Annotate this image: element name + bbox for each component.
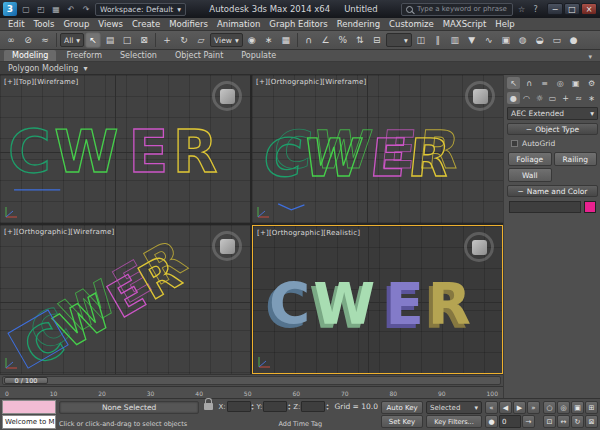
viewport-label[interactable]: [+][Orthographic][Wireframe]	[256, 78, 367, 86]
scene-letter[interactable]: W	[301, 127, 365, 188]
tab-modeling[interactable]: Modeling	[4, 50, 56, 61]
object-type-rollout[interactable]: − Object Type	[507, 123, 598, 135]
selection-filter-dropdown[interactable]: All ▾	[60, 33, 84, 47]
scene-letter[interactable]: R	[173, 118, 218, 186]
keyboard-override-button[interactable]: ▦	[278, 32, 294, 48]
scene-letter[interactable]: C	[8, 118, 51, 186]
unlink-selection-button[interactable]: ⊘	[20, 32, 36, 48]
named-selection-sets-button[interactable]: ⊟	[369, 32, 385, 48]
tab-freeform[interactable]: Freeform	[58, 50, 110, 61]
select-object-button[interactable]: ↖	[85, 32, 101, 48]
helpers-icon[interactable]: +	[559, 92, 572, 104]
hierarchy-tab-icon[interactable]: ≡	[538, 77, 551, 89]
scene-letter[interactable]: R	[406, 127, 453, 188]
open-file-button[interactable]: ◰	[35, 3, 47, 15]
railing-button[interactable]: Railing	[554, 152, 598, 166]
systems-icon[interactable]: ∗	[585, 92, 598, 104]
viewport-label[interactable]: [+][Top][Wireframe]	[4, 78, 78, 86]
zoom-region-button[interactable]: ⊡	[543, 415, 556, 428]
ribbon-minimize-button[interactable]: ▾	[584, 53, 596, 61]
name-and-color-rollout[interactable]: − Name and Color	[507, 185, 598, 197]
angle-snap-button[interactable]: ∠	[318, 32, 334, 48]
current-frame-field[interactable]: 0	[499, 415, 521, 428]
set-key-button[interactable]: Set Key	[381, 415, 423, 428]
geometry-icon[interactable]: ●	[507, 92, 520, 104]
menu-graph-editors[interactable]: Graph Editors	[269, 19, 327, 29]
snap-toggle-button[interactable]: ∩	[301, 32, 317, 48]
scene-letter[interactable]: W	[54, 118, 118, 186]
layer-manager-button[interactable]: ▥	[447, 32, 463, 48]
orbit-button[interactable]: ↻	[571, 415, 584, 428]
menu-modifiers[interactable]: Modifiers	[169, 19, 208, 29]
selection-region-button[interactable]: □	[119, 32, 135, 48]
previous-frame-button[interactable]: ◀	[499, 401, 512, 414]
use-pivot-center-button[interactable]: ◉	[244, 32, 260, 48]
go-to-end-button[interactable]: »	[527, 401, 540, 414]
viewport-orthographic-1[interactable]: [+][Orthographic][Wireframe] C W E R C	[252, 75, 503, 223]
menu-help[interactable]: Help	[495, 19, 514, 29]
scene-letter[interactable]: E	[386, 271, 424, 338]
scene-letter[interactable]: W	[313, 271, 375, 338]
y-input[interactable]	[263, 401, 287, 412]
scene-letter[interactable]: E	[367, 127, 409, 188]
schematic-view-button[interactable]: ▣	[498, 32, 514, 48]
viewcube[interactable]	[212, 81, 242, 111]
undo-button[interactable]: ↶	[65, 3, 77, 15]
graphite-toggle-button[interactable]: ▼	[464, 32, 480, 48]
object-name-field[interactable]	[509, 201, 581, 213]
add-time-tag[interactable]: Add Time Tag	[218, 420, 378, 428]
viewport-orthographic-2[interactable]: [+][Orthographic][Wireframe] C W E R C	[0, 225, 250, 374]
menu-tools[interactable]: Tools	[33, 19, 54, 29]
key-mode-dropdown[interactable]: Selected ▾	[426, 401, 482, 414]
zoom-extents-button[interactable]: ▣	[571, 401, 584, 414]
extra-object-wire[interactable]	[278, 204, 304, 210]
material-editor-button[interactable]: ◍	[515, 32, 531, 48]
time-slider-handle[interactable]: 0 / 100	[4, 377, 48, 384]
space-warps-icon[interactable]: ≈	[572, 92, 585, 104]
zoom-all-button[interactable]: ◎	[557, 401, 570, 414]
menu-edit[interactable]: Edit	[8, 19, 24, 29]
select-and-link-button[interactable]: ∞	[3, 32, 19, 48]
new-scene-button[interactable]: ▢	[20, 3, 32, 15]
lights-icon[interactable]: ☼	[533, 92, 546, 104]
cameras-icon[interactable]: ▭	[546, 92, 559, 104]
time-slider-track[interactable]: 0 / 100	[2, 376, 501, 385]
tab-populate[interactable]: Populate	[233, 50, 284, 61]
z-spinner[interactable]: ▴▾	[326, 403, 328, 410]
menu-views[interactable]: Views	[98, 19, 123, 29]
tab-object-paint[interactable]: Object Paint	[167, 50, 231, 61]
favorites-icon[interactable]: ☆	[516, 5, 527, 14]
x-spinner[interactable]: ▴▾	[252, 403, 254, 410]
listener-field[interactable]: Welcome to M	[2, 415, 56, 429]
track-bar[interactable]: 0 10 20 30 40 50 60 70 80 90 100	[0, 386, 503, 398]
workspace-dropdown[interactable]: Workspace: Default ▾	[95, 3, 186, 16]
reference-coordinate-dropdown[interactable]: View ▾	[210, 33, 243, 47]
category-dropdown[interactable]: AEC Extended ▾	[507, 107, 598, 120]
named-sets-dropdown[interactable]: ▾	[386, 33, 412, 47]
render-production-button[interactable]: ●	[566, 32, 582, 48]
tab-selection[interactable]: Selection	[112, 50, 165, 61]
foliage-button[interactable]: Foliage	[508, 152, 552, 166]
bind-to-space-warp-button[interactable]: ≈	[37, 32, 53, 48]
percent-snap-button[interactable]: %	[335, 32, 351, 48]
select-and-manipulate-button[interactable]: ∗	[261, 32, 277, 48]
y-spinner[interactable]: ▴▾	[288, 403, 290, 410]
mirror-button[interactable]: ◫	[413, 32, 429, 48]
next-frame-button[interactable]: →	[522, 415, 535, 428]
menu-maxscript[interactable]: MAXScript	[443, 19, 487, 29]
zoom-button[interactable]: ○	[543, 401, 556, 414]
render-setup-button[interactable]: ◒	[532, 32, 548, 48]
menu-customize[interactable]: Customize	[389, 19, 434, 29]
close-button[interactable]: ×	[581, 3, 597, 15]
key-mode-toggle-button[interactable]: ●	[485, 415, 498, 428]
create-tab-icon[interactable]: ↖	[507, 77, 520, 89]
pan-button[interactable]: ↔	[557, 415, 570, 428]
modify-tab-icon[interactable]: ∩	[523, 77, 536, 89]
select-and-move-button[interactable]: +	[159, 32, 175, 48]
viewport-label[interactable]: [+][Orthographic][Realistic]	[257, 229, 360, 237]
macro-recorder-field[interactable]	[2, 400, 56, 414]
zoom-extents-all-button[interactable]: ⊞	[585, 401, 598, 414]
maximize-button[interactable]: □	[564, 3, 580, 15]
object-color-swatch[interactable]	[584, 201, 596, 213]
shapes-icon[interactable]: ◠	[520, 92, 533, 104]
